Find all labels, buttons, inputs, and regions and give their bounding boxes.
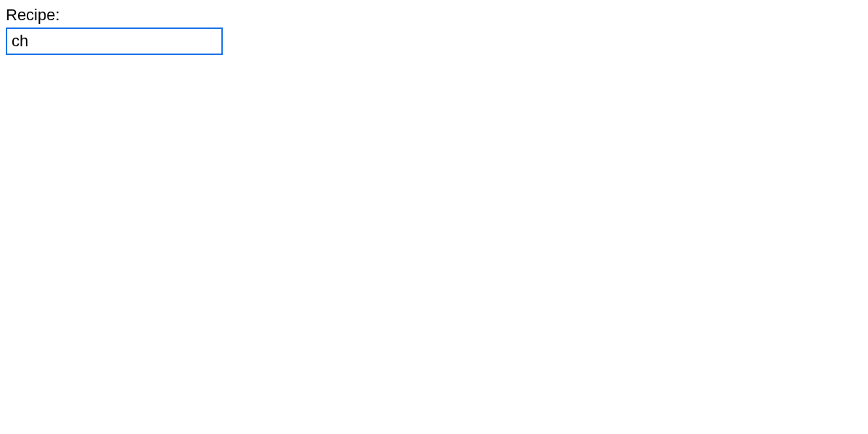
recipe-label: Recipe: xyxy=(6,6,862,25)
recipe-input[interactable] xyxy=(6,27,223,55)
